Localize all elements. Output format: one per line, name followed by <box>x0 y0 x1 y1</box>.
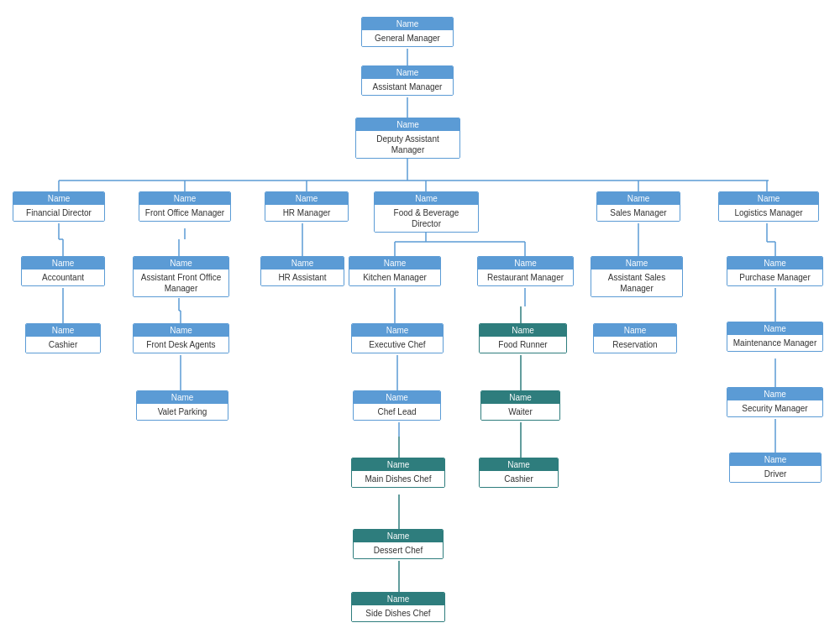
maintenance-manager-node: Name Maintenance Manager <box>727 322 823 352</box>
front-desk-agents-node: Name Front Desk Agents <box>133 323 229 353</box>
deputy-assistant-title: Deputy Assistant Manager <box>356 131 459 158</box>
cashier-fin-node: Name Cashier <box>25 323 101 353</box>
assistant-manager-label: Name <box>362 66 453 79</box>
hr-manager-node: Name HR Manager <box>265 191 349 222</box>
food-runner-node: Name Food Runner <box>479 323 567 353</box>
sales-manager-node: Name Sales Manager <box>596 191 680 222</box>
food-beverage-director-node: Name Food & Beverage Director <box>374 191 479 233</box>
restaurant-manager-node: Name Restaurant Manager <box>477 256 574 286</box>
front-office-manager-node: Name Front Office Manager <box>139 191 231 222</box>
cashier-rest-node: Name Cashier <box>479 458 559 488</box>
hr-assistant-node: Name HR Assistant <box>260 256 344 286</box>
general-manager-title: General Manager <box>362 30 453 46</box>
assistant-manager-node: Name Assistant Manager <box>361 65 454 96</box>
deputy-assistant-node: Name Deputy Assistant Manager <box>355 118 460 159</box>
kitchen-manager-node: Name Kitchen Manager <box>349 256 441 286</box>
waiter-node: Name Waiter <box>480 390 560 421</box>
assistant-manager-title: Assistant Manager <box>362 79 453 95</box>
accountant-node: Name Accountant <box>21 256 105 286</box>
general-manager-node: Name General Manager <box>361 17 454 47</box>
dessert-chef-node: Name Dessert Chef <box>353 529 444 559</box>
asst-sales-manager-node: Name Assistant Sales Manager <box>591 256 683 297</box>
executive-chef-node: Name Executive Chef <box>351 323 444 353</box>
general-manager-label: Name <box>362 18 453 30</box>
asst-front-office-node: Name Assistant Front Office Manager <box>133 256 229 297</box>
security-manager-node: Name Security Manager <box>727 387 823 417</box>
financial-director-node: Name Financial Director <box>13 191 105 222</box>
side-dishes-chef-node: Name Side Dishes Chef <box>351 592 445 622</box>
main-dishes-chef-node: Name Main Dishes Chef <box>351 458 445 488</box>
logistics-manager-node: Name Logistics Manager <box>718 191 819 222</box>
driver-node: Name Driver <box>729 453 822 483</box>
deputy-assistant-label: Name <box>356 118 459 131</box>
purchase-manager-node: Name Purchase Manager <box>727 256 823 286</box>
chef-lead-node: Name Chef Lead <box>353 390 441 421</box>
valet-parking-node: Name Valet Parking <box>136 390 228 421</box>
reservation-node: Name Reservation <box>593 323 677 353</box>
org-chart: Name General Manager Name Assistant Mana… <box>8 8 832 621</box>
